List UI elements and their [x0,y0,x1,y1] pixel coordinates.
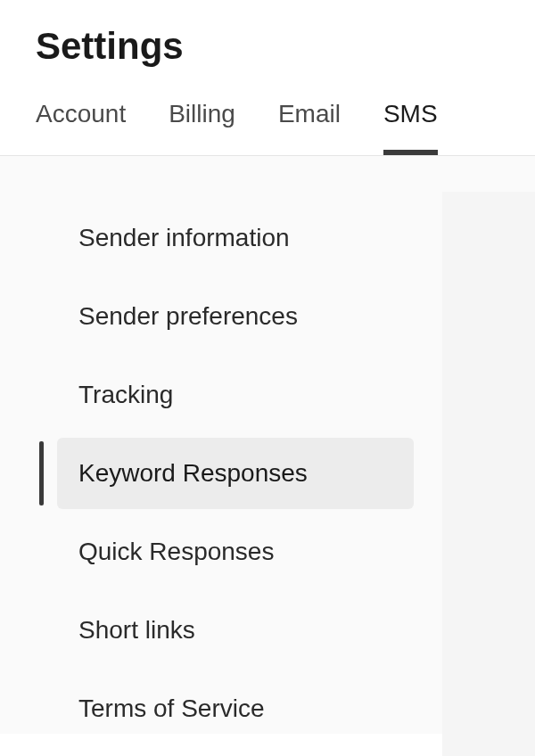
tab-billing[interactable]: Billing [169,100,235,155]
page-title: Settings [36,25,499,68]
settings-header: Settings Account Billing Email SMS [0,0,535,156]
tabs-bar: Account Billing Email SMS [36,100,499,155]
content-area: Sender information Sender preferences Tr… [0,156,535,734]
side-nav-item-short-links[interactable]: Short links [57,595,414,666]
side-nav-item-quick-responses[interactable]: Quick Responses [57,516,414,588]
tab-email[interactable]: Email [278,100,341,155]
side-nav-item-tracking[interactable]: Tracking [57,359,414,431]
tab-account[interactable]: Account [36,100,126,155]
side-nav-item-sender-preferences[interactable]: Sender preferences [57,281,414,352]
side-nav: Sender information Sender preferences Tr… [57,202,414,744]
side-nav-item-terms-of-service[interactable]: Terms of Service [57,673,414,744]
tab-sms[interactable]: SMS [383,100,438,155]
side-nav-item-keyword-responses[interactable]: Keyword Responses [57,438,414,509]
side-nav-item-sender-information[interactable]: Sender information [57,202,414,274]
